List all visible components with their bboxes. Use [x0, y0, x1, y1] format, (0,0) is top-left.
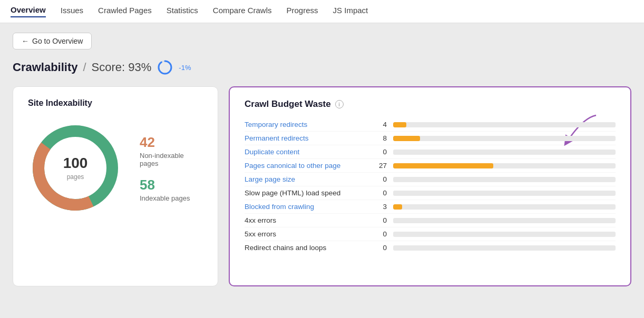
main-content: ← Go to Overview Crawlability / Score: 9…	[0, 23, 644, 318]
budget-rows: Temporary redirects4Permanent redirects8…	[245, 118, 616, 254]
nav-compare-crawls[interactable]: Compare Crawls	[213, 6, 272, 17]
budget-card-header: Crawl Budget Waste i	[245, 99, 616, 110]
budget-label[interactable]: Pages canonical to other page	[245, 162, 371, 170]
budget-row: Redirect chains and loops0	[245, 241, 616, 254]
budget-label[interactable]: Temporary redirects	[245, 121, 371, 128]
budget-bar-track	[393, 218, 616, 223]
svg-point-1	[159, 61, 171, 74]
budget-label: 5xx errors	[245, 230, 371, 238]
budget-row: Permanent redirects8	[245, 132, 616, 145]
score-text: Score: 93%	[92, 61, 152, 74]
budget-count: 0	[371, 230, 387, 238]
budget-bar-track	[393, 122, 616, 127]
budget-card-title: Crawl Budget Waste	[245, 99, 331, 110]
budget-bar-track	[393, 191, 616, 196]
score-circle	[157, 59, 173, 76]
nav-js-impact[interactable]: JS Impact	[333, 6, 368, 17]
back-button[interactable]: ← Go to Overview	[13, 33, 92, 49]
budget-bar-track	[393, 136, 616, 141]
budget-row: Duplicate content0	[245, 145, 616, 159]
budget-count: 0	[371, 216, 387, 224]
back-arrow-icon: ←	[22, 37, 29, 45]
budget-count: 0	[371, 189, 387, 197]
budget-bar-fill	[393, 136, 420, 141]
cards-row: Site Indexability 100 pages	[13, 86, 631, 286]
budget-bar-fill	[393, 122, 406, 127]
non-indexable-value: 42	[140, 134, 203, 151]
budget-bar-fill	[393, 204, 402, 210]
indexable-stat: 58 Indexable pages	[140, 177, 203, 202]
title-separator: /	[83, 61, 86, 74]
indexable-value: 58	[140, 177, 203, 193]
nav-progress[interactable]: Progress	[287, 6, 318, 17]
budget-label[interactable]: Large page size	[245, 175, 371, 183]
budget-bar-track	[393, 150, 616, 155]
indexability-card: Site Indexability 100 pages	[13, 86, 218, 286]
score-change: -1%	[179, 64, 191, 72]
budget-count: 0	[371, 175, 387, 183]
budget-bar-track	[393, 204, 616, 210]
budget-bar-track	[393, 232, 616, 237]
budget-count: 0	[371, 148, 387, 156]
budget-count: 3	[371, 203, 387, 211]
budget-label[interactable]: Duplicate content	[245, 148, 371, 156]
budget-row: 4xx errors0	[245, 214, 616, 227]
budget-row: Pages canonical to other page27	[245, 159, 616, 173]
donut-container: 100 pages 42 Non-indexable pages 58 Inde…	[28, 121, 203, 215]
indexable-label: Indexable pages	[140, 194, 203, 202]
budget-bar-track	[393, 163, 616, 168]
budget-count: 4	[371, 121, 387, 128]
budget-label: Redirect chains and loops	[245, 244, 371, 252]
nav-statistics[interactable]: Statistics	[167, 6, 198, 17]
back-button-label: Go to Overview	[32, 37, 83, 45]
budget-row: Blocked from crawling3	[245, 200, 616, 214]
donut-center: 100 pages	[63, 155, 88, 181]
nav-crawled-pages[interactable]: Crawled Pages	[98, 6, 152, 17]
donut-label: pages	[67, 173, 84, 181]
stats-column: 42 Non-indexable pages 58 Indexable page…	[140, 134, 203, 202]
nav-overview[interactable]: Overview	[11, 5, 46, 17]
budget-bar-track	[393, 245, 616, 251]
budget-label: Slow page (HTML) load speed	[245, 189, 371, 197]
nav-issues[interactable]: Issues	[61, 6, 83, 17]
indexability-card-title: Site Indexability	[28, 98, 203, 108]
info-icon[interactable]: i	[335, 100, 344, 108]
budget-count: 0	[371, 244, 387, 252]
budget-row: Large page size0	[245, 173, 616, 186]
budget-row: Slow page (HTML) load speed0	[245, 186, 616, 200]
budget-row: 5xx errors0	[245, 227, 616, 241]
budget-label: 4xx errors	[245, 216, 371, 224]
budget-label[interactable]: Permanent redirects	[245, 134, 371, 142]
budget-label[interactable]: Blocked from crawling	[245, 203, 371, 211]
page-title-row: Crawlability / Score: 93% -1%	[13, 59, 631, 76]
donut-chart: 100 pages	[28, 121, 123, 215]
budget-count: 8	[371, 134, 387, 142]
donut-total: 100	[63, 155, 88, 172]
top-navigation: Overview Issues Crawled Pages Statistics…	[0, 0, 644, 23]
budget-bar-fill	[393, 163, 493, 168]
budget-count: 27	[371, 162, 387, 170]
non-indexable-stat: 42 Non-indexable pages	[140, 134, 203, 167]
non-indexable-label: Non-indexable pages	[140, 152, 203, 167]
budget-row: Temporary redirects4	[245, 118, 616, 132]
budget-bar-track	[393, 177, 616, 182]
budget-waste-card: Crawl Budget Waste i Temporary redirects…	[229, 86, 631, 286]
page-title: Crawlability	[13, 61, 77, 74]
